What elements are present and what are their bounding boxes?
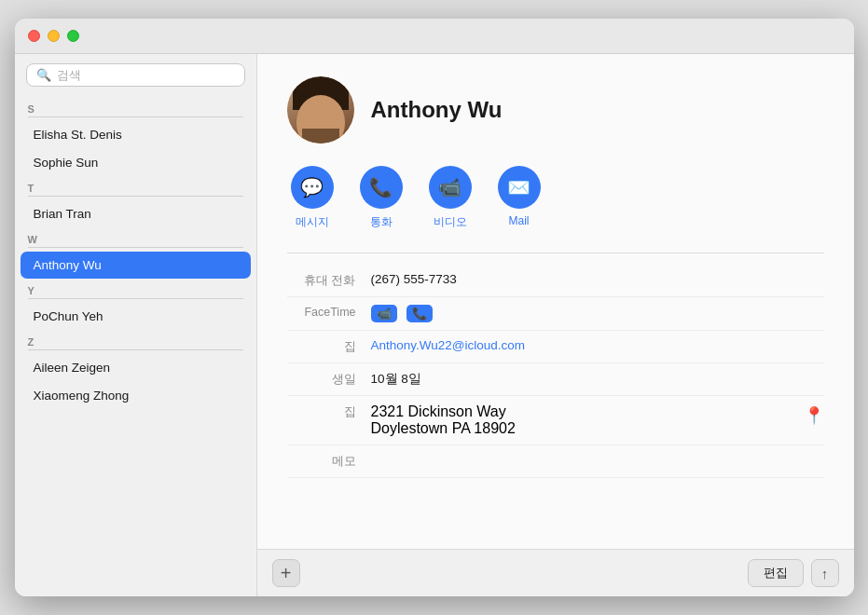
contact-item[interactable]: PoChun Yeh	[21, 303, 251, 330]
contact-item[interactable]: Xiaomeng Zhong	[21, 382, 251, 409]
mail-label: Mail	[508, 214, 529, 227]
search-icon: 🔍	[36, 68, 51, 82]
fields-section: 휴대 전화 (267) 555-7733 FaceTime 📹 📞	[287, 253, 824, 478]
facetime-video-icon[interactable]: 📹	[371, 305, 397, 322]
field-label-home: 집	[287, 338, 371, 355]
detail-footer: + 편집 ↑	[257, 549, 854, 596]
contacts-list: S Elisha St. Denis Sophie Sun T Brian Tr…	[15, 94, 256, 596]
section-divider-s	[28, 116, 243, 117]
call-action-button[interactable]: 📞 통화	[360, 166, 403, 230]
add-contact-button[interactable]: +	[272, 559, 300, 587]
video-action-button[interactable]: 📹 비디오	[429, 166, 472, 230]
field-value-phone[interactable]: (267) 555-7733	[371, 272, 824, 286]
video-icon: 📹	[429, 166, 472, 209]
edit-button[interactable]: 편집	[748, 559, 804, 587]
field-label-facetime: FaceTime	[287, 305, 371, 319]
detail-content: Anthony Wu 💬 메시지 📞 통화 📹 비디오	[257, 54, 854, 549]
contact-item-anthony-wu[interactable]: Anthony Wu	[21, 252, 251, 279]
field-row-facetime: FaceTime 📹 📞	[287, 297, 824, 331]
footer-actions: 편집 ↑	[748, 559, 839, 587]
mail-action-button[interactable]: ✉️ Mail	[498, 166, 541, 230]
video-label: 비디오	[434, 214, 467, 230]
titlebar	[15, 19, 854, 54]
share-icon: ↑	[821, 566, 829, 581]
field-label-address-home: 집	[287, 403, 371, 420]
field-row-email: 집 Anthony.Wu22@icloud.com	[287, 331, 824, 363]
call-label: 통화	[370, 214, 393, 230]
contact-item[interactable]: Sophie Sun	[21, 149, 251, 176]
map-pin-icon[interactable]: 📍	[804, 403, 824, 437]
maximize-button[interactable]	[67, 30, 79, 42]
field-address-with-pin: 2321 Dickinson Way Doylestown PA 18902 📍	[371, 403, 824, 437]
contact-item[interactable]: Aileen Zeigen	[21, 354, 251, 381]
field-label-phone: 휴대 전화	[287, 272, 371, 289]
share-button[interactable]: ↑	[811, 559, 839, 587]
app-body: 🔍 S Elisha St. Denis Sophie Sun T Brian …	[15, 54, 854, 596]
search-input[interactable]	[57, 68, 235, 82]
contact-name: Anthony Wu	[371, 97, 503, 123]
section-letter-z: Z	[15, 331, 256, 349]
contacts-window: 🔍 S Elisha St. Denis Sophie Sun T Brian …	[15, 19, 854, 596]
address-line2: Doylestown PA 18902	[371, 420, 804, 437]
sidebar: 🔍 S Elisha St. Denis Sophie Sun T Brian …	[15, 54, 257, 596]
field-row-phone: 휴대 전화 (267) 555-7733	[287, 265, 824, 297]
section-letter-s: S	[15, 98, 256, 116]
section-divider-w	[28, 247, 243, 248]
contact-item[interactable]: Brian Tran	[21, 200, 251, 227]
action-buttons: 💬 메시지 📞 통화 📹 비디오 ✉️ Mail	[287, 166, 824, 230]
field-value-address: 2321 Dickinson Way Doylestown PA 18902	[371, 403, 804, 437]
minimize-button[interactable]	[48, 30, 60, 42]
contact-header: Anthony Wu	[287, 76, 824, 144]
message-label: 메시지	[296, 214, 329, 230]
field-row-birthday: 생일 10월 8일	[287, 363, 824, 396]
address-line1: 2321 Dickinson Way	[371, 403, 804, 420]
section-divider-t	[28, 196, 243, 197]
close-button[interactable]	[28, 30, 40, 42]
search-bar: 🔍	[15, 54, 256, 94]
section-divider-z	[28, 349, 243, 350]
section-letter-w: W	[15, 228, 256, 247]
section-letter-y: Y	[15, 280, 256, 298]
field-value-facetime: 📹 📞	[371, 305, 824, 322]
field-label-notes: 메모	[287, 453, 371, 470]
field-row-address: 집 2321 Dickinson Way Doylestown PA 18902…	[287, 396, 824, 445]
section-divider-y	[28, 298, 243, 299]
field-value-birthday: 10월 8일	[371, 371, 824, 388]
detail-panel: Anthony Wu 💬 메시지 📞 통화 📹 비디오	[257, 54, 854, 596]
avatar	[287, 76, 354, 144]
field-label-birthday: 생일	[287, 371, 371, 388]
mail-icon: ✉️	[498, 166, 541, 209]
field-value-email[interactable]: Anthony.Wu22@icloud.com	[371, 338, 824, 352]
search-wrapper: 🔍	[26, 63, 245, 87]
call-icon: 📞	[360, 166, 403, 209]
section-letter-t: T	[15, 177, 256, 196]
facetime-icons: 📹 📞	[371, 305, 824, 322]
message-icon: 💬	[291, 166, 334, 209]
contact-item[interactable]: Elisha St. Denis	[21, 121, 251, 148]
field-row-notes: 메모	[287, 445, 824, 478]
message-action-button[interactable]: 💬 메시지	[291, 166, 334, 230]
facetime-audio-icon[interactable]: 📞	[406, 305, 433, 322]
email-link[interactable]: Anthony.Wu22@icloud.com	[371, 338, 526, 352]
